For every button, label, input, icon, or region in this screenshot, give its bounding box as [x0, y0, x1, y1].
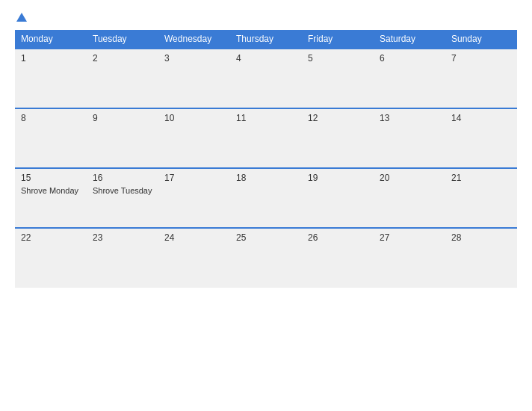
calendar-cell-10: 10 [158, 108, 230, 168]
day-header-sunday: Sunday [445, 30, 517, 49]
days-of-week-row: MondayTuesdayWednesdayThursdayFridaySatu… [15, 30, 517, 49]
calendar-cell-12: 12 [302, 108, 374, 168]
day-number-25: 25 [236, 232, 296, 243]
calendar-cell-21: 21 [445, 168, 517, 228]
day-number-26: 26 [308, 232, 368, 243]
day-number-9: 9 [93, 113, 152, 123]
logo [15, 13, 27, 22]
day-number-4: 4 [236, 53, 296, 64]
calendar-cell-15: 15Shrove Monday [15, 168, 87, 228]
day-number-12: 12 [308, 113, 368, 123]
calendar-cell-18: 18 [230, 168, 302, 228]
calendar-cell-6: 6 [374, 49, 445, 108]
day-number-16: 16 [93, 173, 152, 183]
calendar-cell-24: 24 [158, 228, 230, 288]
day-number-21: 21 [451, 173, 511, 183]
calendar-cell-4: 4 [230, 49, 302, 108]
calendar-cell-8: 8 [15, 108, 87, 168]
day-number-7: 7 [451, 53, 511, 64]
day-number-3: 3 [164, 53, 224, 64]
day-number-18: 18 [236, 173, 296, 183]
calendar-header: MondayTuesdayWednesdayThursdayFridaySatu… [15, 30, 517, 49]
header [15, 13, 517, 22]
calendar-cell-22: 22 [15, 228, 87, 288]
day-number-10: 10 [164, 113, 224, 123]
day-number-27: 27 [380, 232, 439, 243]
day-number-22: 22 [21, 232, 81, 243]
day-header-monday: Monday [15, 30, 87, 49]
day-header-tuesday: Tuesday [87, 30, 158, 49]
day-number-24: 24 [164, 232, 224, 243]
day-header-saturday: Saturday [374, 30, 445, 49]
day-number-14: 14 [451, 113, 511, 123]
logo-triangle-icon [16, 13, 27, 22]
calendar-cell-2: 2 [87, 49, 158, 108]
day-number-15: 15 [21, 173, 81, 183]
week-row-2: 891011121314 [15, 108, 517, 168]
calendar-page: MondayTuesdayWednesdayThursdayFridaySatu… [0, 0, 532, 411]
calendar-cell-1: 1 [15, 49, 87, 108]
calendar-cell-9: 9 [87, 108, 158, 168]
calendar-cell-26: 26 [302, 228, 374, 288]
day-number-8: 8 [21, 113, 81, 123]
week-row-1: 1234567 [15, 49, 517, 108]
calendar-cell-20: 20 [374, 168, 445, 228]
day-number-17: 17 [164, 173, 224, 183]
calendar-cell-28: 28 [445, 228, 517, 288]
day-number-13: 13 [380, 113, 439, 123]
calendar-cell-11: 11 [230, 108, 302, 168]
calendar-cell-5: 5 [302, 49, 374, 108]
event-label: Shrove Tuesday [93, 186, 152, 195]
calendar-cell-23: 23 [87, 228, 158, 288]
calendar-cell-17: 17 [158, 168, 230, 228]
calendar-cell-27: 27 [374, 228, 445, 288]
event-label: Shrove Monday [21, 186, 78, 195]
day-header-wednesday: Wednesday [158, 30, 230, 49]
calendar-cell-25: 25 [230, 228, 302, 288]
day-number-2: 2 [93, 53, 152, 64]
calendar-cell-14: 14 [445, 108, 517, 168]
day-number-5: 5 [308, 53, 368, 64]
calendar-cell-3: 3 [158, 49, 230, 108]
day-number-28: 28 [451, 232, 511, 243]
day-header-friday: Friday [302, 30, 374, 49]
day-header-thursday: Thursday [230, 30, 302, 49]
calendar-cell-19: 19 [302, 168, 374, 228]
calendar-cell-7: 7 [445, 49, 517, 108]
calendar-cell-16: 16Shrove Tuesday [87, 168, 158, 228]
week-row-3: 15Shrove Monday16Shrove Tuesday171819202… [15, 168, 517, 228]
day-number-23: 23 [93, 232, 152, 243]
day-number-19: 19 [308, 173, 368, 183]
day-number-20: 20 [380, 173, 439, 183]
week-row-4: 22232425262728 [15, 228, 517, 288]
day-number-11: 11 [236, 113, 296, 123]
calendar-cell-13: 13 [374, 108, 445, 168]
day-number-1: 1 [21, 53, 81, 64]
day-number-6: 6 [380, 53, 439, 64]
calendar-body: 123456789101112131415Shrove Monday16Shro… [15, 49, 517, 288]
calendar-table: MondayTuesdayWednesdayThursdayFridaySatu… [15, 30, 517, 288]
